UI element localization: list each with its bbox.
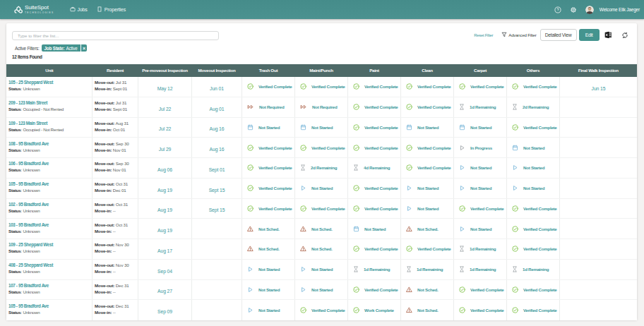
move-in-date: Move-in: Nov 01 <box>95 147 138 153</box>
unit-link[interactable]: 408 - 25 Sheppard West <box>8 262 92 268</box>
clean-status-cell: Not Sched. <box>401 300 454 320</box>
others-status-cell: Not Started <box>507 138 560 158</box>
status-indicator: Verified Complete <box>459 83 506 90</box>
reset-filter-link[interactable]: Reset Filter <box>474 33 493 37</box>
status-label: Verified Complete <box>311 206 345 211</box>
unit-link[interactable]: 109 - 25 Sheppard West <box>8 241 92 248</box>
status-indicator: Not Required <box>247 104 294 110</box>
help-icon[interactable] <box>554 6 561 13</box>
clean-status-cell: Verified Complete <box>401 138 454 158</box>
status-label: Verified Complete <box>523 206 557 211</box>
play-blue-icon <box>459 164 465 171</box>
brand-subtitle: TECHNOLOGIES <box>25 12 54 14</box>
moveout-inspection-date-link[interactable]: Sept 01 <box>209 167 225 172</box>
move-in-label: Move-in: <box>95 188 112 193</box>
pre-moveout-inspection-date-link[interactable]: May 12 <box>157 86 173 91</box>
refresh-icon[interactable] <box>621 32 628 39</box>
pre-moveout-inspection-date-link[interactable]: Aug 27 <box>157 289 172 294</box>
clean-status-cell: Not Sched. <box>401 219 454 239</box>
pre-moveout-inspection-date-link[interactable]: Aug 19 <box>157 228 172 233</box>
status-indicator: Verified Complete <box>512 246 559 252</box>
status-indicator: Verified Complete <box>353 145 400 151</box>
final-walk-inspection-cell <box>560 219 638 239</box>
status-label: Verified Complete <box>258 145 292 150</box>
moveout-inspection-date-link[interactable]: Aug 16 <box>210 126 225 131</box>
unit-link[interactable]: 105 - 95 Bradford Ave <box>8 303 92 309</box>
check-circle-icon <box>406 246 412 252</box>
status-label: Verified Complete <box>417 104 451 109</box>
status-indicator: Verified Complete <box>512 307 559 313</box>
status-indicator: Not Sched. <box>247 246 294 252</box>
check-circle-icon <box>512 307 518 313</box>
unit-link[interactable]: 209 - 123 Main Street <box>8 99 92 106</box>
moveout-inspection-date-link[interactable]: Sept 15 <box>209 188 225 193</box>
moveout-inspection-date-link[interactable]: Aug 16 <box>210 147 225 152</box>
move-in-label: Move-in: <box>95 229 112 234</box>
unit-link[interactable]: 107 - 95 Bradford Ave <box>8 282 92 289</box>
status-label: Not Started <box>311 186 333 191</box>
user-avatar[interactable] <box>585 6 594 14</box>
pre-moveout-inspection-date-link[interactable]: Jul 29 <box>159 147 172 152</box>
pre-moveout-inspection-date-link[interactable]: Jul 22 <box>159 126 172 131</box>
suitespot-logo[interactable]: SuiteSpot TECHNOLOGIES <box>13 5 54 14</box>
pre-moveout-inspection-date-link[interactable]: Aug 06 <box>157 167 172 172</box>
check-circle-icon <box>247 164 254 171</box>
others-status-cell: Not Started <box>507 178 560 198</box>
paint-status-cell: Verified Complete <box>348 138 401 158</box>
settings-gear-icon[interactable] <box>570 6 577 13</box>
advanced-filter-button[interactable]: Advanced Filter <box>501 32 536 38</box>
table-row: 209 - 123 Main StreetStatus: Occupied - … <box>6 97 637 117</box>
move-out-date: Move-out: Jul 31 <box>95 79 138 85</box>
search-input[interactable] <box>12 31 219 40</box>
edit-button[interactable]: Edit <box>579 29 600 41</box>
carpet-status-cell: Not Started <box>454 178 507 198</box>
pre-moveout-inspection-date-link[interactable]: Aug 17 <box>157 248 172 253</box>
pre-moveout-inspection-date-link[interactable]: Aug 19 <box>157 207 172 212</box>
move-out-date: Move-out: Aug 31 <box>95 120 138 126</box>
unit-link[interactable]: 103 - 95 Bradford Ave <box>8 222 92 228</box>
unit-link[interactable]: 108 - 95 Bradford Ave <box>8 140 92 147</box>
pre-moveout-inspection-date-link[interactable]: Jul 22 <box>159 107 172 111</box>
others-status-cell: Verified Complete <box>507 279 560 300</box>
unit-link[interactable]: 109 - 123 Main Street <box>8 120 92 126</box>
moveout-inspection-date-link[interactable]: Aug 01 <box>210 107 225 111</box>
pre-moveout-inspection-date-link[interactable]: Aug 19 <box>157 188 172 193</box>
unit-link[interactable]: 105 - 25 Sheppard West <box>8 79 92 85</box>
column-header-clean: Clean <box>401 64 454 77</box>
status-indicator: Not Sched. <box>300 246 347 252</box>
excel-export-icon[interactable] <box>604 31 612 39</box>
clean-status-cell: Verified Complete <box>401 97 454 117</box>
final-walk-inspection-link[interactable]: Jun 15 <box>592 86 606 91</box>
unit-link[interactable]: 106 - 95 Bradford Ave <box>8 160 92 167</box>
resident-cell: Move-out: Nov 30Move-in: -- <box>93 239 138 260</box>
calendar-icon <box>512 145 518 151</box>
brand-text: SuiteSpot TECHNOLOGIES <box>25 5 54 14</box>
clean-status-cell: Verified Complete <box>401 77 454 97</box>
status-label: Verified Complete <box>364 287 398 292</box>
status-label: 1d Remaining <box>470 104 496 109</box>
pre-moveout-inspection-date-cell: Jul 29 <box>138 138 192 158</box>
status-indicator: Not Sched. <box>406 307 453 313</box>
advanced-filter-label: Advanced Filter <box>508 32 536 37</box>
play-blue-icon <box>406 185 412 191</box>
table-row: 105 - 95 Bradford AveStatus: UnknownMove… <box>6 300 637 320</box>
status-indicator: Not Started <box>247 286 294 293</box>
unit-cell: 106 - 95 Bradford AveStatus: Unknown <box>6 158 93 179</box>
moveout-inspection-date-link[interactable]: Sept 15 <box>209 207 225 212</box>
moveout-inspection-date-link[interactable]: Jun 01 <box>210 86 224 91</box>
chip-close-icon[interactable]: × <box>81 44 87 52</box>
unit-cell: 107 - 95 Bradford AveStatus: Unknown <box>6 279 93 300</box>
column-header-final-walk-inspection: Final Walk Inspection <box>560 64 638 77</box>
unit-link[interactable]: 102 - 95 Bradford Ave <box>8 201 92 207</box>
nav-tab-properties[interactable]: Properties <box>97 6 126 13</box>
pre-moveout-inspection-date-link[interactable]: Sep 09 <box>157 309 172 314</box>
unit-link[interactable]: 105 - 95 Bradford Ave <box>8 181 92 187</box>
nav-tab-jobs[interactable]: Jobs <box>70 6 88 13</box>
detailed-view-button[interactable]: Detailed View <box>540 29 577 41</box>
pre-moveout-inspection-date-link[interactable]: Sep 04 <box>157 269 172 274</box>
pre-moveout-inspection-date-cell: Aug 27 <box>138 279 192 300</box>
others-status-cell: 2d Remaining <box>507 97 560 117</box>
hourglass-icon <box>512 104 518 110</box>
status-indicator: Not Started <box>300 286 347 293</box>
paint-status-cell: Verified Complete <box>348 239 401 260</box>
